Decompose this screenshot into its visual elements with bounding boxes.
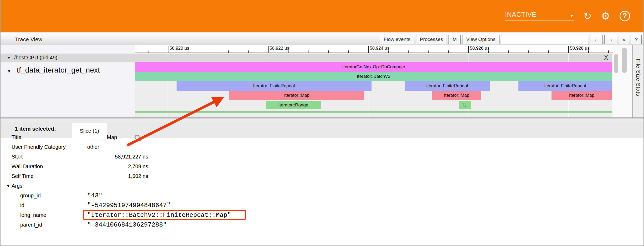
trace-area: 58,920 µs58,922 µs58,924 µs58,926 µs58,9…: [1, 45, 644, 117]
ruler-minor-tick: [408, 50, 409, 53]
detail-row: Wall Duration2,709 ns: [1, 162, 421, 171]
trace-slice[interactable]: I...: [459, 101, 471, 109]
ruler-tick-label: 58,928 µs: [570, 46, 590, 51]
ruler-minor-tick: [388, 50, 389, 53]
collapse-triangle-icon: ▾: [8, 68, 11, 74]
processes-button[interactable]: Processes: [416, 35, 447, 44]
ruler-minor-tick: [328, 50, 329, 53]
ruler-minor-tick: [608, 50, 609, 53]
close-icon[interactable]: X: [604, 54, 608, 61]
detail-label: group_id: [20, 193, 41, 199]
partial-slice-row[interactable]: [135, 111, 612, 113]
collapse-triangle-icon: ▾: [8, 55, 10, 60]
detail-value: other: [87, 144, 148, 150]
trace-slice[interactable]: Iterator::Map: [552, 91, 612, 100]
ruler-minor-tick: [488, 50, 489, 53]
ruler-minor-tick: [548, 50, 549, 53]
detail-label: Start: [12, 154, 23, 160]
ruler-minor-tick: [288, 50, 288, 53]
time-ruler[interactable]: 58,920 µs58,922 µs58,924 µs58,926 µs58,9…: [135, 45, 613, 53]
trace-slice[interactable]: Iterator::Range: [266, 101, 321, 109]
selection-count: 1 item selected.: [15, 126, 56, 132]
file-size-stats-label: File Size Stats: [635, 59, 641, 96]
ruler-minor-tick: [188, 50, 188, 53]
trace-slice[interactable]: Iterator::FiniteRepeat: [405, 81, 490, 91]
trace-slice[interactable]: IteratorGetNextOp::DoCompute: [135, 62, 612, 72]
trace-slice[interactable]: Iterator::Map: [432, 91, 481, 100]
detail-value: 1,602 ns: [87, 173, 148, 179]
ruler-tick-label: 58,920 µs: [169, 46, 189, 51]
ruler-minor-tick: [228, 50, 229, 53]
trace-view-title: Trace View: [15, 36, 42, 43]
refresh-icon[interactable]: ↻: [583, 11, 592, 21]
detail-label: Self Time: [12, 173, 33, 179]
help-icon[interactable]: ?: [620, 11, 630, 21]
ruler-minor-tick: [308, 50, 308, 53]
detail-label: parent_id: [20, 222, 42, 228]
annotation-highlight-box: [83, 210, 246, 220]
find-previous-button[interactable]: ←: [590, 35, 603, 44]
metadata-button[interactable]: M: [449, 35, 461, 44]
details-panel: 1 item selected. Slice (1) TitleIterator…: [1, 120, 644, 246]
thread-label-panel[interactable]: ▾ tf_data_iterator_get_next: [1, 62, 135, 117]
detail-value: 58,921,227 ns: [87, 154, 148, 160]
ruler-minor-tick: [528, 50, 529, 53]
run-status-label: INACTIVE: [505, 11, 536, 18]
view-options-button[interactable]: View Options: [462, 35, 499, 44]
toolbar-help-button[interactable]: ?: [631, 35, 642, 44]
detail-row: Self Time1,602 ns: [1, 171, 421, 181]
ruler-major-tick: [168, 46, 168, 53]
ruler-minor-tick: [588, 50, 589, 53]
run-status-dropdown[interactable]: INACTIVE ▾: [505, 11, 574, 21]
process-band[interactable]: ▾ /host:CPU (pid 49) X: [1, 54, 612, 62]
tab-slice[interactable]: Slice (1): [72, 123, 107, 139]
trace-slice[interactable]: Iterator::FiniteRepeat: [518, 81, 612, 91]
ruler-minor-tick: [348, 50, 349, 53]
app-header: INACTIVE ▾ ↻ ⚙ ?: [1, 0, 644, 32]
detail-label: Wall Duration: [12, 163, 43, 170]
ruler-minor-tick: [208, 50, 208, 53]
collapse-triangle-icon[interactable]: ▼: [6, 184, 10, 188]
ruler-major-tick: [568, 46, 569, 53]
trace-slice[interactable]: Iterator::Map: [229, 91, 364, 100]
ruler-major-tick: [468, 46, 469, 53]
trace-slice[interactable]: Iterator::BatchV2: [135, 72, 612, 81]
ruler-major-tick: [268, 46, 269, 53]
file-size-stats-panel[interactable]: File Size Stats: [632, 45, 644, 117]
ruler-minor-tick: [248, 50, 249, 53]
find-next-button[interactable]: →: [604, 35, 617, 44]
panel-splitter[interactable]: [1, 117, 644, 120]
detail-label: id: [20, 202, 24, 208]
ruler-minor-tick: [448, 50, 449, 53]
gear-icon[interactable]: ⚙: [601, 11, 610, 21]
ruler-left-gutter: [1, 45, 135, 53]
detail-row: parent_id"-344106684136297288": [1, 220, 421, 230]
search-input[interactable]: [501, 35, 588, 44]
detail-row: TitleIterator::Map: [1, 132, 421, 142]
ruler-tick-label: 58,924 µs: [370, 46, 389, 51]
args-group-label[interactable]: Args: [12, 183, 22, 189]
detail-label: long_name: [20, 212, 46, 218]
ruler-minor-tick: [148, 50, 148, 53]
ruler-minor-tick: [428, 50, 429, 53]
trace-viewer-window: INACTIVE ▾ ↻ ⚙ ? Trace View Flow events …: [0, 0, 644, 246]
ruler-tick-label: 58,922 µs: [270, 46, 289, 51]
chevron-down-icon: ▾: [571, 13, 574, 18]
detail-label: User Friendly Category: [12, 144, 66, 150]
detail-value: 2,709 ns: [87, 163, 148, 170]
flow-events-button[interactable]: Flow events: [380, 35, 414, 44]
ruler-baseline: [135, 53, 613, 53]
search-icon[interactable]: [134, 134, 142, 142]
thread-label: tf_data_iterator_get_next: [17, 66, 100, 74]
expand-button[interactable]: »: [619, 35, 630, 44]
process-label: /host:CPU (pid 49): [14, 55, 58, 61]
trace-slice[interactable]: Iterator::FiniteRepeat: [177, 81, 372, 91]
detail-row: User Friendly Categoryother: [1, 142, 421, 152]
scrollbar-thumb[interactable]: [622, 48, 627, 73]
detail-value: "43": [87, 192, 255, 199]
ruler-minor-tick: [508, 50, 509, 53]
detail-row: ▼Args: [1, 181, 421, 191]
trace-toolbar: Trace View Flow events Processes M View …: [1, 32, 644, 45]
ruler-tick-label: 58,926 µs: [470, 46, 490, 51]
scrollbar-thumb[interactable]: [614, 54, 618, 73]
